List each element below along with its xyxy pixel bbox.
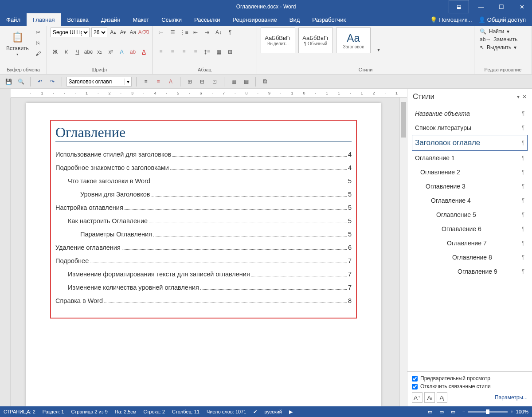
toc-entry[interactable]: Параметры Оглавления 5	[55, 231, 352, 238]
tab-вид[interactable]: Вид	[283, 13, 306, 26]
styles-options-link[interactable]: Параметры...	[495, 394, 528, 401]
bullets-icon[interactable]: ≔	[156, 28, 166, 37]
style-list-item[interactable]: Оглавление 5¶	[412, 208, 528, 222]
qat-icon-2[interactable]: ≡	[153, 77, 163, 87]
sort-icon[interactable]: A↓	[214, 28, 223, 37]
style-list-item[interactable]: Оглавление 6¶	[412, 222, 528, 236]
qat-icon-8[interactable]: ▦	[241, 77, 251, 87]
preview-checkbox[interactable]: Предварительный просмотр	[412, 375, 528, 382]
style-selector-combo[interactable]: ▾	[66, 77, 132, 87]
paste-button[interactable]: 📋Вставить▾	[4, 28, 31, 58]
numbering-icon[interactable]: ☰	[168, 28, 177, 37]
style-list-item[interactable]: Оглавление 8¶	[412, 250, 528, 264]
cut-icon[interactable]: ✂	[33, 28, 43, 37]
show-marks-icon[interactable]: ¶	[225, 28, 235, 37]
save-icon[interactable]: 💾	[4, 77, 13, 87]
borders-icon[interactable]: ⊞	[225, 47, 235, 57]
style-list-item[interactable]: Оглавление 7¶	[412, 236, 528, 250]
toc-title[interactable]: Оглавление	[55, 124, 352, 142]
view-print-icon[interactable]: ▭	[439, 409, 444, 415]
toc-entry[interactable]: Как настроить Оглавление 5	[55, 217, 352, 224]
line-spacing-icon[interactable]: ‡≡	[202, 47, 212, 57]
ribbon-display-options-icon[interactable]: ⬓	[449, 0, 469, 13]
qat-icon-5[interactable]: ⊟	[197, 77, 207, 87]
italic-icon[interactable]: К	[62, 47, 71, 57]
align-center-icon[interactable]: ≡	[168, 47, 177, 57]
style-list-item[interactable]: Оглавление 4¶	[412, 193, 528, 208]
tab-разработчик[interactable]: Разработчик	[306, 13, 352, 26]
styles-pane-dropdown-icon[interactable]: ▾	[517, 94, 520, 100]
view-web-icon[interactable]: ▭	[451, 409, 455, 415]
qat-icon-4[interactable]: ⊞	[185, 77, 195, 87]
status-macro-icon[interactable]: ▶	[289, 409, 293, 415]
redo-icon[interactable]: ↷	[47, 77, 57, 87]
style-list-item[interactable]: Название объекта¶	[412, 106, 528, 121]
status-at[interactable]: На: 2,5см	[115, 409, 137, 414]
new-style-icon[interactable]: A⁺	[412, 392, 422, 403]
share-button[interactable]: 👤 Общий доступ	[472, 13, 532, 26]
tell-me[interactable]: 💡 Помощник...	[430, 13, 472, 26]
text-effects-icon[interactable]: A	[117, 47, 126, 57]
tab-главная[interactable]: Главная	[27, 13, 61, 26]
style-list-item[interactable]: Оглавление 3¶	[412, 179, 528, 193]
style-inspector-icon[interactable]: Aᵢ	[424, 392, 435, 403]
toc-entry[interactable]: Справка в Word 8	[55, 297, 352, 304]
undo-icon[interactable]: ↶	[35, 77, 45, 87]
status-section[interactable]: Раздел: 1	[43, 409, 64, 414]
select-button[interactable]: ↖ Выделить ▾	[478, 43, 528, 51]
toc-entry[interactable]: Настройка оглавления 5	[55, 204, 352, 211]
qat-icon-3[interactable]: A	[166, 77, 176, 87]
tab-рассылки[interactable]: Рассылки	[188, 13, 226, 26]
style-gallery-item[interactable]: АаБбВвГг¶ Обычный	[298, 28, 333, 53]
preview-icon[interactable]: 🔍	[16, 77, 26, 87]
copy-icon[interactable]: ⎘	[33, 38, 43, 48]
qat-icon-6[interactable]: ⊡	[210, 77, 219, 87]
align-left-icon[interactable]: ≡	[156, 47, 166, 57]
shading-icon[interactable]: ▦	[214, 47, 223, 57]
disable-linked-checkbox[interactable]: Отключить связанные стили	[412, 383, 528, 389]
qat-icon-7[interactable]: ▦	[229, 77, 239, 87]
close-button[interactable]: ✕	[512, 0, 532, 13]
tab-дизайн[interactable]: Дизайн	[95, 13, 127, 26]
status-language[interactable]: русский	[264, 409, 282, 414]
status-page-of[interactable]: Страница 2 из 9	[71, 409, 107, 414]
tab-файл[interactable]: Файл	[0, 13, 27, 26]
tab-рецензирование[interactable]: Рецензирование	[226, 13, 283, 26]
increase-indent-icon[interactable]: ⇥	[202, 28, 212, 37]
toc-entry[interactable]: Использование стилей для заголовков 4	[55, 151, 352, 158]
zoom-out-icon[interactable]: −	[462, 409, 465, 414]
style-list-item[interactable]: Заголовок оглавле¶	[412, 135, 528, 151]
toc-entry[interactable]: Изменение форматирования текста для запи…	[55, 271, 352, 278]
highlight-icon[interactable]: ab	[128, 47, 137, 57]
align-right-icon[interactable]: ≡	[179, 47, 189, 57]
style-list-item[interactable]: Оглавление 1¶	[412, 151, 528, 165]
justify-icon[interactable]: ≡	[191, 47, 200, 57]
decrease-indent-icon[interactable]: ⇤	[191, 28, 200, 37]
multilevel-list-icon[interactable]: ⋮≡	[179, 28, 189, 37]
toc-entry[interactable]: Подробное знакомство с заголовками 4	[55, 164, 352, 171]
font-size-combo[interactable]: 26	[91, 28, 107, 37]
grow-font-icon[interactable]: A▴	[109, 28, 117, 37]
vertical-scrollbar[interactable]	[399, 98, 407, 406]
tab-ссылки[interactable]: Ссылки	[155, 13, 188, 26]
horizontal-ruler[interactable]: ·1···1·2·3·4·5·6·7·8·9·10·11·12·13·14·15…	[11, 89, 407, 98]
view-read-icon[interactable]: ▭	[428, 409, 432, 415]
toc-entry[interactable]: Что такое заголовки в Word 5	[55, 177, 352, 185]
status-line[interactable]: Строка: 2	[143, 409, 165, 414]
maximize-button[interactable]: ☐	[491, 0, 512, 13]
shrink-font-icon[interactable]: A▾	[119, 28, 127, 37]
document-page[interactable]: Оглавление Использование стилей для заго…	[26, 103, 381, 406]
bold-icon[interactable]: Ж	[51, 47, 60, 57]
minimize-button[interactable]: —	[471, 0, 491, 13]
styles-pane-close-icon[interactable]: ✕	[522, 94, 527, 100]
toc-entry[interactable]: Подробнее 7	[55, 257, 352, 264]
qat-icon-9[interactable]: 🖻	[260, 77, 270, 87]
toc-entry[interactable]: Изменение количества уровней оглавления …	[55, 284, 352, 291]
styles-more-icon[interactable]: ▾	[374, 28, 383, 53]
toc-entry[interactable]: Уровни для Заголовков 5	[55, 191, 352, 198]
format-painter-icon[interactable]: 🖌	[33, 49, 43, 59]
change-case-icon[interactable]: Aa	[129, 28, 137, 37]
style-list-item[interactable]: Список литературы¶	[412, 121, 528, 135]
status-col[interactable]: Столбец: 11	[172, 409, 200, 414]
strikethrough-icon[interactable]: abc	[84, 47, 93, 57]
